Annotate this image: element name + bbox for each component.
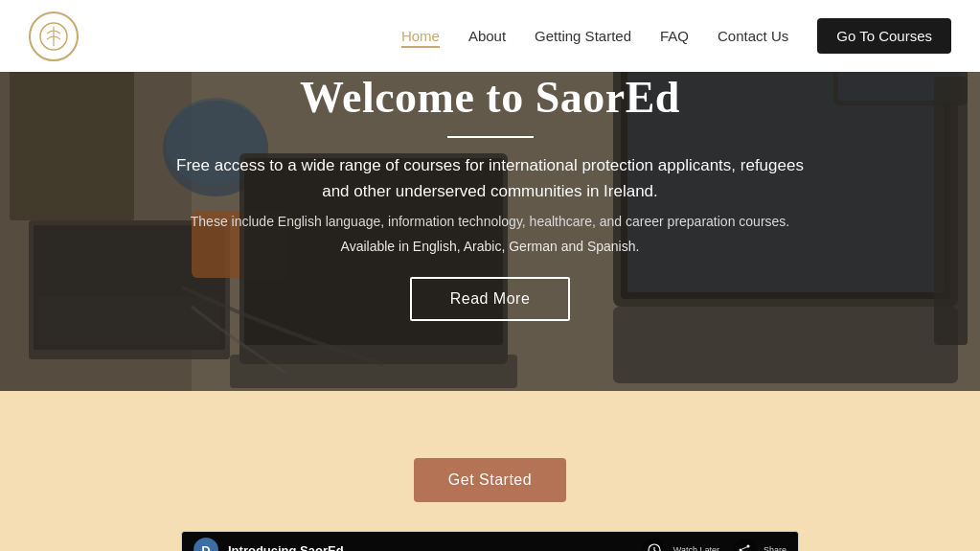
hero-title: Welcome to SaorEd — [300, 72, 680, 123]
hero-divider — [447, 136, 534, 138]
share-label: Share — [763, 545, 786, 551]
video-section: D Introducing SaorEd Watch Later — [0, 521, 980, 551]
logo-icon — [29, 11, 79, 61]
share-icon[interactable] — [733, 539, 756, 551]
read-more-button[interactable]: Read More — [410, 277, 571, 321]
watch-later-label: Watch Later — [673, 545, 719, 551]
video-title: Introducing SaorEd — [228, 543, 344, 552]
nav-about[interactable]: About — [468, 28, 506, 44]
video-controls: Watch Later Share — [643, 539, 786, 551]
hero-detail: These include English language, informat… — [191, 214, 789, 229]
nav-home[interactable]: Home — [401, 28, 440, 48]
hero-subtitle: Free access to a wide range of courses f… — [165, 153, 816, 204]
nav-links: Home About Getting Started FAQ Contact U… — [401, 28, 951, 45]
navbar: Home About Getting Started FAQ Contact U… — [0, 0, 980, 72]
nav-contact[interactable]: Contact Us — [718, 28, 788, 44]
wave-svg — [0, 391, 980, 448]
video-player[interactable]: D Introducing SaorEd Watch Later — [181, 531, 799, 551]
video-top-bar: D Introducing SaorEd Watch Later — [182, 532, 798, 551]
svg-point-25 — [746, 545, 749, 548]
hero-available: Available in English, Arabic, German and… — [341, 239, 640, 254]
logo-link[interactable] — [29, 11, 79, 61]
svg-line-28 — [741, 547, 747, 549]
nav-faq[interactable]: FAQ — [660, 28, 689, 44]
channel-avatar: D — [194, 538, 218, 551]
get-started-button[interactable]: Get Started — [414, 458, 566, 502]
wave-section: Get Started D Introducing SaorEd Watch L… — [0, 391, 980, 551]
nav-getting-started[interactable]: Getting Started — [535, 28, 631, 44]
go-to-courses-button[interactable]: Go To Courses — [817, 18, 951, 54]
wave-content: Get Started — [0, 448, 980, 521]
watch-later-icon[interactable] — [643, 539, 666, 551]
